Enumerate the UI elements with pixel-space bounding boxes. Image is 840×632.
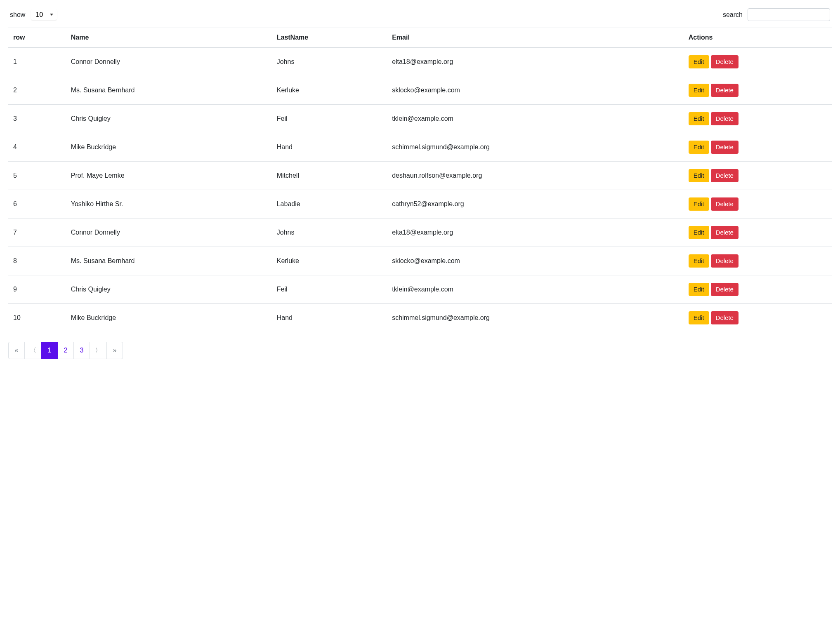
header-row[interactable]: row xyxy=(8,28,66,48)
cell-email: sklocko@example.com xyxy=(387,76,684,105)
cell-email: schimmel.sigmund@example.org xyxy=(387,304,684,332)
cell-name: Chris Quigley xyxy=(66,105,272,133)
pagination-prev[interactable]: 〈 xyxy=(24,342,42,359)
edit-button[interactable]: Edit xyxy=(689,112,709,125)
cell-name: Yoshiko Hirthe Sr. xyxy=(66,190,272,218)
search-label: search xyxy=(723,11,743,19)
cell-lastname: Kerluke xyxy=(272,76,387,105)
table-row: 5Prof. Maye LemkeMitchelldeshaun.rolfson… xyxy=(8,162,832,190)
cell-lastname: Mitchell xyxy=(272,162,387,190)
delete-button[interactable]: Delete xyxy=(711,254,739,268)
cell-email: cathryn52@example.org xyxy=(387,190,684,218)
delete-button[interactable]: Delete xyxy=(711,112,739,125)
cell-actions: EditDelete xyxy=(684,47,832,76)
cell-lastname: Feil xyxy=(272,105,387,133)
table-row: 8Ms. Susana BernhardKerlukesklocko@examp… xyxy=(8,247,832,275)
cell-email: elta18@example.org xyxy=(387,218,684,247)
delete-button[interactable]: Delete xyxy=(711,283,739,296)
cell-actions: EditDelete xyxy=(684,247,832,275)
table-header-row: row Name LastName Email Actions xyxy=(8,28,832,48)
table-row: 6Yoshiko Hirthe Sr.Labadiecathryn52@exam… xyxy=(8,190,832,218)
pagination: «〈123〉» xyxy=(8,342,832,359)
table-row: 9Chris QuigleyFeiltklein@example.comEdit… xyxy=(8,275,832,304)
pagination-first[interactable]: « xyxy=(8,342,25,359)
table-row: 7Connor DonnellyJohnselta18@example.orgE… xyxy=(8,218,832,247)
edit-button[interactable]: Edit xyxy=(689,169,709,182)
table-controls: show 102550100 search xyxy=(8,8,832,21)
cell-row: 2 xyxy=(8,76,66,105)
cell-row: 5 xyxy=(8,162,66,190)
cell-actions: EditDelete xyxy=(684,275,832,304)
cell-lastname: Feil xyxy=(272,275,387,304)
pagination-last[interactable]: » xyxy=(106,342,123,359)
cell-row: 1 xyxy=(8,47,66,76)
cell-email: sklocko@example.com xyxy=(387,247,684,275)
pagination-page-1[interactable]: 1 xyxy=(41,342,58,359)
edit-button[interactable]: Edit xyxy=(689,226,709,239)
edit-button[interactable]: Edit xyxy=(689,311,709,324)
cell-lastname: Labadie xyxy=(272,190,387,218)
delete-button[interactable]: Delete xyxy=(711,169,739,182)
cell-row: 7 xyxy=(8,218,66,247)
header-lastname[interactable]: LastName xyxy=(272,28,387,48)
edit-button[interactable]: Edit xyxy=(689,84,709,97)
cell-actions: EditDelete xyxy=(684,76,832,105)
show-label: show xyxy=(10,11,25,19)
cell-row: 4 xyxy=(8,133,66,162)
search-group: search xyxy=(723,8,830,21)
cell-actions: EditDelete xyxy=(684,133,832,162)
header-email[interactable]: Email xyxy=(387,28,684,48)
table-row: 2Ms. Susana BernhardKerlukesklocko@examp… xyxy=(8,76,832,105)
cell-email: tklein@example.com xyxy=(387,275,684,304)
header-name[interactable]: Name xyxy=(66,28,272,48)
delete-button[interactable]: Delete xyxy=(711,141,739,154)
cell-email: tklein@example.com xyxy=(387,105,684,133)
cell-name: Chris Quigley xyxy=(66,275,272,304)
edit-button[interactable]: Edit xyxy=(689,197,709,211)
page-size-select[interactable]: 102550100 xyxy=(31,9,57,20)
edit-button[interactable]: Edit xyxy=(689,141,709,154)
cell-name: Connor Donnelly xyxy=(66,218,272,247)
cell-name: Connor Donnelly xyxy=(66,47,272,76)
cell-email: elta18@example.org xyxy=(387,47,684,76)
cell-row: 9 xyxy=(8,275,66,304)
table-row: 1Connor DonnellyJohnselta18@example.orgE… xyxy=(8,47,832,76)
delete-button[interactable]: Delete xyxy=(711,84,739,97)
pagination-next[interactable]: 〉 xyxy=(90,342,107,359)
cell-actions: EditDelete xyxy=(684,190,832,218)
cell-name: Ms. Susana Bernhard xyxy=(66,247,272,275)
cell-lastname: Hand xyxy=(272,304,387,332)
cell-actions: EditDelete xyxy=(684,105,832,133)
pagination-page-2[interactable]: 2 xyxy=(57,342,74,359)
cell-name: Mike Buckridge xyxy=(66,304,272,332)
cell-actions: EditDelete xyxy=(684,162,832,190)
cell-lastname: Hand xyxy=(272,133,387,162)
cell-row: 8 xyxy=(8,247,66,275)
cell-lastname: Johns xyxy=(272,47,387,76)
delete-button[interactable]: Delete xyxy=(711,311,739,324)
cell-name: Ms. Susana Bernhard xyxy=(66,76,272,105)
pagination-page-3[interactable]: 3 xyxy=(73,342,90,359)
cell-name: Prof. Maye Lemke xyxy=(66,162,272,190)
page-size-group: show 102550100 xyxy=(10,9,57,20)
edit-button[interactable]: Edit xyxy=(689,283,709,296)
cell-lastname: Johns xyxy=(272,218,387,247)
delete-button[interactable]: Delete xyxy=(711,55,739,68)
cell-actions: EditDelete xyxy=(684,304,832,332)
cell-email: schimmel.sigmund@example.org xyxy=(387,133,684,162)
header-actions: Actions xyxy=(684,28,832,48)
edit-button[interactable]: Edit xyxy=(689,55,709,68)
cell-row: 10 xyxy=(8,304,66,332)
data-table: row Name LastName Email Actions 1Connor … xyxy=(8,28,832,332)
edit-button[interactable]: Edit xyxy=(689,254,709,268)
delete-button[interactable]: Delete xyxy=(711,197,739,211)
cell-row: 3 xyxy=(8,105,66,133)
cell-name: Mike Buckridge xyxy=(66,133,272,162)
search-input[interactable] xyxy=(748,8,830,21)
cell-email: deshaun.rolfson@example.org xyxy=(387,162,684,190)
delete-button[interactable]: Delete xyxy=(711,226,739,239)
cell-actions: EditDelete xyxy=(684,218,832,247)
table-row: 3Chris QuigleyFeiltklein@example.comEdit… xyxy=(8,105,832,133)
table-row: 10Mike BuckridgeHandschimmel.sigmund@exa… xyxy=(8,304,832,332)
cell-row: 6 xyxy=(8,190,66,218)
